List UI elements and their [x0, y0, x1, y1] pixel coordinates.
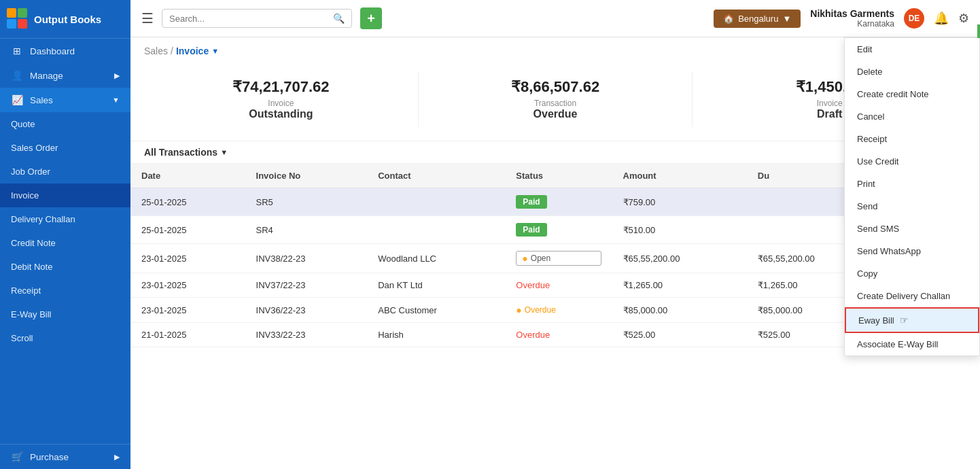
avatar[interactable]: DE — [904, 8, 924, 29]
user-state: Karnataka — [810, 19, 894, 29]
dropdown-item-send[interactable]: Send — [845, 195, 979, 218]
cell-amount: ₹759.00 — [612, 188, 747, 216]
logo-text: Output Books — [34, 14, 101, 25]
sidebar-item-receipt[interactable]: Receipt — [0, 279, 130, 302]
add-button[interactable]: + — [360, 7, 382, 29]
sidebar-label-job-order: Job Order — [11, 167, 50, 177]
sidebar-logo: Output Books — [0, 0, 130, 39]
sidebar-item-dashboard[interactable]: ⊞ Dashboard — [0, 39, 130, 63]
cell-contact — [367, 188, 505, 216]
sidebar-item-sales-order[interactable]: Sales Order — [0, 136, 130, 160]
sidebar-label-scroll: Scroll — [11, 333, 33, 343]
sidebar-item-sales[interactable]: 📈 Sales ▼ — [0, 88, 130, 112]
cell-contact: Woodland LLC — [367, 244, 505, 273]
cell-invoice-no: INV36/22-23 — [245, 298, 368, 323]
sidebar-label-sales-order: Sales Order — [11, 143, 58, 153]
breadcrumb-current[interactable]: Invoice — [176, 46, 209, 56]
sidebar-label-credit-note: Credit Note — [11, 238, 56, 248]
cell-amount: ₹65,55,200.00 — [612, 244, 747, 273]
sales-arrow: ▼ — [112, 96, 120, 104]
breadcrumb-parent: Sales — [144, 46, 168, 56]
svg-rect-0 — [7, 8, 16, 18]
sidebar-item-credit-note[interactable]: Credit Note — [0, 231, 130, 255]
sidebar-item-scroll[interactable]: Scroll — [0, 326, 130, 350]
status-badge-paid: Paid — [516, 195, 546, 209]
purchase-icon: 🛒 — [11, 451, 23, 462]
col-invoice-no: Invoice No — [245, 164, 368, 188]
sidebar-item-invoice[interactable]: Invoice — [0, 184, 130, 207]
dropdown-item-delete[interactable]: Delete — [845, 60, 979, 83]
search-icon[interactable]: 🔍 — [333, 13, 345, 24]
sales-icon: 📈 — [11, 94, 23, 105]
dropdown-item-copy[interactable]: Copy — [845, 262, 979, 285]
dropdown-item-associate-eway-bill[interactable]: Associate E-Way Bill — [845, 333, 979, 355]
hamburger-button[interactable]: ☰ — [141, 10, 154, 27]
dropdown-item-create-credit-note[interactable]: Create credit Note — [845, 83, 979, 105]
manage-arrow: ▶ — [114, 71, 120, 80]
sidebar-item-manage[interactable]: 👤 Manage ▶ — [0, 63, 130, 88]
cell-amount: ₹510.00 — [612, 216, 747, 244]
svg-rect-1 — [18, 8, 27, 18]
dropdown-item-receipt[interactable]: Receipt — [845, 128, 979, 150]
cell-date: 23-01-2025 — [130, 298, 245, 323]
cell-invoice-no: SR4 — [245, 216, 368, 244]
notification-icon[interactable]: 🔔 — [934, 11, 949, 26]
stat-outstanding-label-bottom: Outstanding — [158, 108, 404, 120]
cell-contact: Harish — [367, 323, 505, 347]
stat-overdue-label-top: Transaction — [432, 99, 679, 108]
search-bar: 🔍 — [162, 9, 352, 28]
sidebar: Output Books ⊞ Dashboard 👤 Manage ▶ 📈 Sa… — [0, 0, 130, 469]
cell-status: Overdue — [505, 273, 612, 298]
svg-rect-2 — [7, 19, 16, 29]
accent-bar — [977, 24, 980, 38]
sidebar-label-debit-note: Debit Note — [11, 262, 52, 272]
cell-status: Paid — [505, 216, 612, 244]
dropdown-item-edit[interactable]: Edit — [845, 38, 979, 60]
sidebar-label-purchase: Purchase — [30, 452, 69, 462]
sidebar-nav: ⊞ Dashboard 👤 Manage ▶ 📈 Sales ▼ Quote S… — [0, 39, 130, 444]
cell-invoice-no: SR5 — [245, 188, 368, 216]
status-badge-open: ● Open — [516, 251, 601, 266]
dropdown-item-use-credit[interactable]: Use Credit — [845, 150, 979, 173]
logo-icon — [7, 8, 29, 30]
sidebar-item-quote[interactable]: Quote — [0, 112, 130, 136]
user-info: Nikhitas Garments Karnataka — [810, 8, 894, 29]
stat-overdue-label-bottom: Overdue — [432, 108, 679, 120]
settings-icon[interactable]: ⚙ — [958, 11, 969, 26]
dropdown-item-print[interactable]: Print — [845, 173, 979, 195]
sidebar-item-debit-note[interactable]: Debit Note — [0, 255, 130, 279]
dropdown-item-send-sms[interactable]: Send SMS — [845, 218, 979, 240]
overdue-dot: ● — [516, 305, 521, 315]
dropdown-item-cancel[interactable]: Cancel — [845, 105, 979, 128]
sidebar-item-eway-bill[interactable]: E-Way Bill — [0, 302, 130, 326]
branch-arrow: ▼ — [782, 14, 791, 24]
col-contact: Contact — [367, 164, 505, 188]
dropdown-item-eway-bill[interactable]: Eway Bill ☞ — [845, 307, 979, 333]
sidebar-label-receipt: Receipt — [11, 285, 41, 296]
cell-date: 25-01-2025 — [130, 188, 245, 216]
sidebar-item-delivery-challan[interactable]: Delivery Challan — [0, 207, 130, 231]
status-badge-overdue-orange: ● Overdue — [516, 305, 601, 315]
sidebar-item-job-order[interactable]: Job Order — [0, 160, 130, 184]
cell-contact: Dan KT Ltd — [367, 273, 505, 298]
user-name: Nikhitas Garments — [810, 8, 894, 19]
cell-status: Paid — [505, 188, 612, 216]
all-transactions-arrow[interactable]: ▼ — [220, 148, 228, 156]
topbar: ☰ 🔍 + 🏠 Bengaluru ▼ Nikhitas Garments Ka… — [130, 0, 980, 37]
status-badge-paid: Paid — [516, 223, 546, 237]
open-dot: ● — [522, 253, 527, 264]
col-date: Date — [130, 164, 245, 188]
topbar-right: 🏠 Bengaluru ▼ Nikhitas Garments Karnatak… — [714, 8, 969, 29]
sidebar-label-sales: Sales — [30, 95, 53, 105]
dropdown-item-send-whatsapp[interactable]: Send WhatsApp — [845, 240, 979, 262]
cell-invoice-no: INV38/22-23 — [245, 244, 368, 273]
dropdown-item-create-delivery-challan[interactable]: Create Delivery Challan — [845, 285, 979, 307]
status-badge-overdue: Overdue — [516, 330, 550, 340]
cell-invoice-no: INV37/22-23 — [245, 273, 368, 298]
sidebar-item-purchase[interactable]: 🛒 Purchase ▶ — [0, 445, 130, 469]
breadcrumb-dropdown-icon[interactable]: ▼ — [211, 47, 219, 55]
search-input[interactable] — [169, 14, 329, 24]
branch-button[interactable]: 🏠 Bengaluru ▼ — [714, 10, 801, 28]
stat-outstanding: ₹74,21,707.62 Invoice Outstanding — [144, 71, 418, 127]
context-dropdown: Edit Delete Create credit Note Cancel Re… — [844, 37, 980, 356]
